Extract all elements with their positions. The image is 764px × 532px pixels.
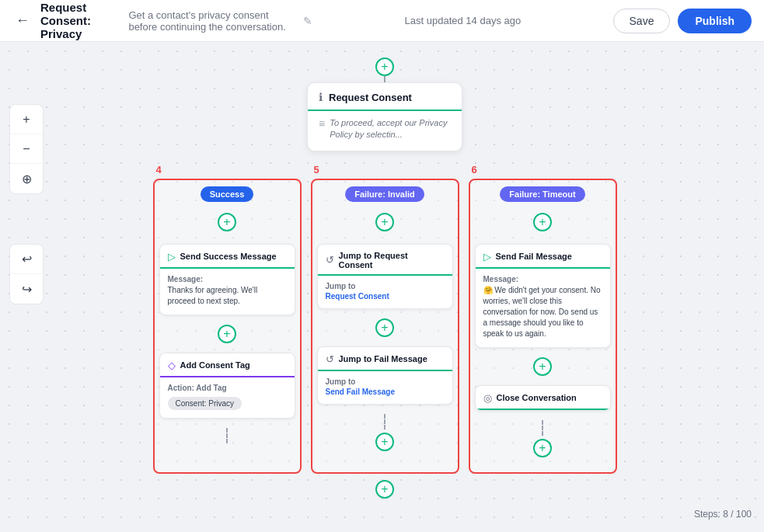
jump-icon-1: ↺	[326, 254, 334, 266]
tag-action-label: Action: Add Tag	[168, 384, 287, 392]
consent-tag-pill: Consent: Privacy	[168, 397, 242, 410]
send-fail-message-card[interactable]: ▷ Send Fail Message Message: 🤗 We didn't…	[475, 244, 611, 348]
fit-view-button[interactable]: ⊕	[10, 164, 43, 193]
column-6-number: 6	[469, 164, 477, 176]
send-fail-header: ▷ Send Fail Message	[476, 245, 610, 269]
col4-add-button[interactable]: +	[218, 213, 236, 231]
undo-button[interactable]: ↩	[10, 245, 43, 274]
send-success-message-card[interactable]: ▷ Send Success Message Message: Thanks f…	[159, 244, 295, 315]
col6-mid-add-button[interactable]: +	[533, 357, 552, 376]
send-success-label: Message:	[168, 275, 287, 283]
top-add-button[interactable]: +	[375, 57, 394, 76]
jump-rc-title: Jump to Request Consent	[339, 251, 445, 269]
close-conversation-card[interactable]: ◎ Close Conversation	[475, 385, 611, 411]
request-node-title: Request Consent	[329, 92, 412, 103]
bottom-connector: +	[93, 480, 676, 499]
tag-card-body: Action: Add Tag Consent: Privacy	[160, 377, 295, 418]
column-5-box: Failure: Invalid + ↺ Jump to Request Con…	[311, 179, 459, 474]
tag-card-header: ◇ Add Consent Tag	[160, 353, 295, 377]
col4-mid-add-button[interactable]: +	[218, 325, 236, 343]
header: ← Request Consent: Privacy Get a contact…	[0, 0, 764, 42]
send-fail-body: Message: 🤗 We didn't get your consent. N…	[476, 269, 610, 347]
success-badge: Success	[201, 186, 254, 202]
last-updated: Last updated 14 days ago	[405, 15, 522, 26]
zoom-out-button[interactable]: −	[10, 134, 43, 164]
connector-line-top	[384, 76, 385, 82]
request-consent-node[interactable]: ℹ Request Consent ≡ To proceed, accept o…	[307, 82, 462, 151]
back-button[interactable]: ←	[12, 9, 33, 32]
send-success-body: Message: Thanks for agreeing. We'll proc…	[160, 269, 295, 315]
edit-icon[interactable]: ✎	[303, 15, 312, 27]
col6-bottom-add-button[interactable]: +	[533, 439, 552, 457]
column-5-number: 5	[311, 164, 319, 176]
top-connector: +	[93, 57, 676, 76]
jump-rc-body: Jump to Request Consent	[318, 276, 452, 308]
col5-add-button[interactable]: +	[375, 213, 394, 231]
header-center: Last updated 14 days ago	[312, 15, 612, 26]
col5-mid-add-button[interactable]: +	[375, 318, 394, 337]
request-consent-icon: ℹ	[319, 91, 323, 103]
column-5-wrapper: 5 Failure: Invalid + ↺ Jump to Request C…	[311, 164, 459, 474]
col6-bottom-dotted	[542, 420, 543, 436]
header-left: ← Request Consent: Privacy Get a contact…	[12, 1, 312, 40]
close-card-title: Close Conversation	[497, 393, 577, 402]
jump-rc-label: Jump to	[326, 282, 445, 290]
col4-bottom-dotted	[226, 428, 228, 443]
jump-fail-message-card[interactable]: ↺ Jump to Fail Message Jump to Send Fail…	[317, 346, 453, 405]
column-4-wrapper: 4 Success + ▷ Send Success Message Messa…	[153, 164, 302, 474]
send-fail-text: 🤗 We didn't get your consent. No worries…	[483, 285, 602, 339]
jump-rc-link[interactable]: Request Consent	[326, 292, 445, 301]
page-title: Request Consent: Privacy	[40, 1, 120, 40]
flow-container: + ℹ Request Consent ≡ To proceed, accept…	[93, 57, 676, 499]
col5-bottom-add-button[interactable]: +	[375, 433, 394, 451]
save-button[interactable]: Save	[613, 9, 671, 33]
publish-button[interactable]: Publish	[678, 9, 752, 33]
send-fail-label: Message:	[483, 275, 602, 283]
jump-fm-header: ↺ Jump to Fail Message	[318, 347, 452, 371]
failure-timeout-badge: Failure: Timeout	[500, 186, 584, 202]
close-card-header: ◎ Close Conversation	[476, 386, 610, 410]
steps-counter: Steps: 8 / 100	[694, 509, 752, 520]
failure-invalid-badge: Failure: Invalid	[345, 186, 424, 202]
jump-icon-2: ↺	[326, 353, 334, 365]
page-subtitle: Get a contact's privacy consent before c…	[128, 9, 295, 33]
jump-fm-title: Jump to Fail Message	[339, 354, 427, 363]
jump-fm-body: Jump to Send Fail Message	[318, 371, 452, 404]
redo-button[interactable]: ↪	[10, 274, 43, 304]
column-4-box: Success + ▷ Send Success Message Message…	[153, 179, 302, 474]
zoom-in-button[interactable]: +	[10, 105, 43, 134]
jump-fm-label: Jump to	[326, 377, 445, 386]
column-6-box: Failure: Timeout + ▷ Send Fail Message M…	[469, 179, 617, 474]
jump-rc-header: ↺ Jump to Request Consent	[318, 245, 452, 276]
close-icon: ◎	[483, 392, 492, 404]
send-fail-title: Send Fail Message	[496, 252, 572, 261]
request-node-header: ℹ Request Consent	[308, 83, 462, 111]
column-4-number: 4	[153, 164, 162, 176]
col5-bottom-dotted	[384, 414, 385, 429]
canvas: + − ⊕ ↩ ↪ + ℹ Request Consent ≡ To proce…	[0, 42, 764, 532]
bottom-add-button[interactable]: +	[375, 480, 394, 499]
column-6-wrapper: 6 Failure: Timeout + ▷ Send Fail Message…	[469, 164, 617, 474]
header-right: Save Publish	[613, 9, 752, 33]
tag-card-title: Add Consent Tag	[180, 360, 250, 370]
jump-fm-link[interactable]: Send Fail Message	[326, 388, 445, 396]
send-success-text: Thanks for agreeing. We'll proceed to ne…	[168, 285, 287, 307]
request-node-text: To proceed, accept our Privacy Policy by…	[330, 117, 451, 141]
toolbar: + − ⊕	[9, 104, 44, 194]
columns-container: 4 Success + ▷ Send Success Message Messa…	[93, 164, 676, 474]
undo-redo-toolbar: ↩ ↪	[9, 244, 44, 304]
request-node-body: ≡ To proceed, accept our Privacy Policy …	[308, 111, 462, 151]
col6-add-button[interactable]: +	[533, 213, 552, 231]
send-fail-icon: ▷	[483, 251, 491, 263]
add-consent-tag-card[interactable]: ◇ Add Consent Tag Action: Add Tag Consen…	[159, 353, 295, 419]
lines-icon: ≡	[319, 117, 325, 130]
jump-request-consent-card[interactable]: ↺ Jump to Request Consent Jump to Reques…	[317, 244, 453, 309]
send-success-header: ▷ Send Success Message	[160, 245, 295, 269]
send-success-title: Send Success Message	[180, 252, 277, 261]
tag-icon: ◇	[168, 360, 176, 371]
send-icon: ▷	[168, 251, 176, 263]
